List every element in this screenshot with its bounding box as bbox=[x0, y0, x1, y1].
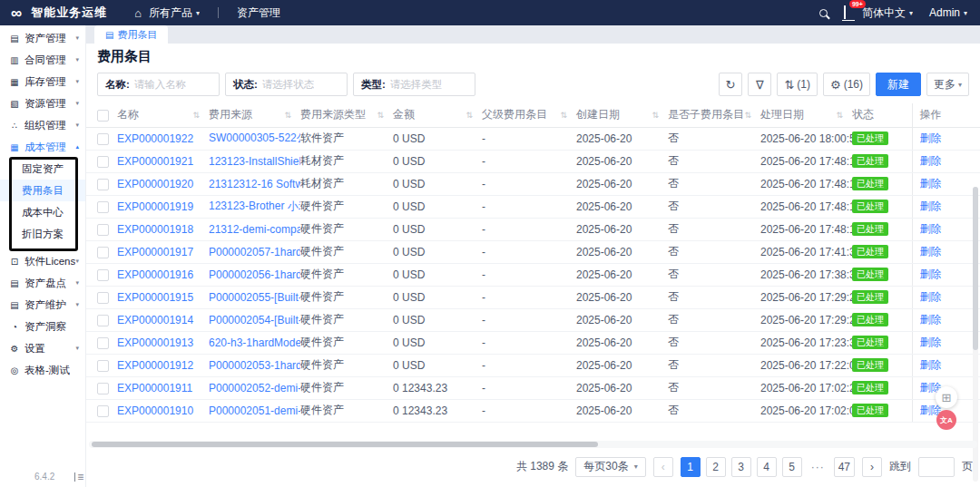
expense-name-link[interactable]: EXP000001921 bbox=[117, 155, 193, 168]
expense-name-link[interactable]: EXP000001919 bbox=[117, 200, 193, 213]
more-button[interactable]: 更多 ▾ bbox=[926, 73, 969, 96]
page-number-button[interactable]: 3 bbox=[731, 457, 751, 477]
sidebar-item[interactable]: ∴ 组织管理 ▾ bbox=[0, 114, 85, 136]
page-number-button[interactable]: 1 bbox=[681, 457, 701, 477]
app-logo-title[interactable]: 智能业务运维 bbox=[31, 5, 107, 21]
page-number-button[interactable]: 47 bbox=[834, 457, 855, 477]
column-sort-icon[interactable]: ⇅ bbox=[560, 111, 567, 120]
sidebar-item[interactable]: 成本中心 bbox=[0, 201, 85, 223]
sidebar-item[interactable]: ▤ 资产管理 ▾ bbox=[0, 27, 85, 49]
sidebar-item[interactable]: ◔ 资产洞察 bbox=[0, 316, 85, 337]
expense-source-link[interactable]: P000002055-[Built-in... bbox=[209, 291, 300, 304]
column-header[interactable]: 父级费用条目 ⇅ bbox=[482, 103, 576, 127]
expense-name-link[interactable]: EXP000001914 bbox=[117, 314, 193, 326]
column-sort-icon[interactable]: ⇅ bbox=[836, 111, 843, 120]
expense-source-link[interactable]: P000002051-demi-c... bbox=[209, 404, 300, 417]
floating-translate-button[interactable]: 文A bbox=[936, 410, 956, 430]
tab-expense-items[interactable]: ▤ 费用条目 bbox=[94, 25, 168, 44]
expense-source-link[interactable]: P000002054-[Built-in... bbox=[209, 314, 300, 326]
delete-link[interactable]: 删除 bbox=[920, 200, 942, 212]
expense-source-link[interactable]: 123123-InstallShield ... bbox=[209, 155, 300, 168]
expense-source-link[interactable]: P000002057-1hardM... bbox=[209, 246, 300, 258]
expense-source-link[interactable]: P000002052-demi-c... bbox=[209, 382, 300, 394]
create-button[interactable]: 新建 bbox=[876, 73, 921, 96]
expense-name-link[interactable]: EXP000001911 bbox=[117, 382, 192, 394]
next-page-button[interactable]: › bbox=[862, 457, 882, 477]
select-all-checkbox[interactable] bbox=[97, 110, 109, 122]
delete-link[interactable]: 删除 bbox=[920, 313, 942, 326]
delete-link[interactable]: 删除 bbox=[920, 177, 942, 190]
sidebar-item[interactable]: ▤ 资产维护 ▾ bbox=[0, 294, 85, 316]
column-header[interactable]: 金额 ⇅ bbox=[393, 103, 482, 127]
sidebar-item[interactable]: ▧ 资源管理 ▾ bbox=[0, 93, 85, 114]
row-checkbox[interactable] bbox=[97, 383, 109, 394]
row-checkbox[interactable] bbox=[97, 337, 109, 349]
expense-source-link[interactable]: 123123-Brother 小米... bbox=[209, 200, 300, 212]
prev-page-button[interactable]: ‹ bbox=[653, 457, 673, 477]
collapse-sidebar-icon[interactable]: ≡ bbox=[74, 472, 83, 482]
current-product[interactable]: 资产管理 bbox=[237, 5, 280, 21]
row-checkbox[interactable] bbox=[97, 179, 109, 190]
sidebar-item[interactable]: ◎ 表格-测试 bbox=[0, 359, 85, 381]
expense-name-link[interactable]: EXP000001912 bbox=[117, 359, 193, 372]
column-sort-icon[interactable]: ⇅ bbox=[377, 111, 384, 120]
row-checkbox[interactable] bbox=[97, 247, 109, 258]
column-settings-button[interactable]: ⚙ (16) bbox=[823, 73, 870, 96]
column-header[interactable]: 处理日期 ⇅ bbox=[760, 103, 852, 127]
sort-settings-button[interactable]: ⇅ (1) bbox=[777, 73, 818, 96]
sidebar-item[interactable]: ⊡ 软件License... ▾ bbox=[0, 250, 85, 272]
all-products-menu[interactable]: 所有产品 ▾ bbox=[149, 5, 200, 21]
row-checkbox[interactable] bbox=[97, 269, 109, 281]
search-icon[interactable] bbox=[819, 9, 828, 17]
delete-link[interactable]: 删除 bbox=[920, 245, 942, 258]
expense-name-link[interactable]: EXP000001915 bbox=[117, 291, 193, 304]
jump-page-input[interactable] bbox=[918, 457, 955, 477]
column-sort-icon[interactable]: ⇅ bbox=[192, 111, 200, 120]
column-sort-icon[interactable]: ⇅ bbox=[466, 111, 473, 120]
filter-input[interactable]: 状态: 请选择状态 bbox=[225, 73, 348, 96]
vertical-scrollbar[interactable] bbox=[973, 187, 978, 482]
row-checkbox[interactable] bbox=[97, 292, 109, 304]
expense-source-link[interactable]: P000002056-1hardM... bbox=[209, 268, 300, 281]
expense-name-link[interactable]: EXP000001917 bbox=[117, 246, 193, 258]
filter-button[interactable]: ∇ bbox=[748, 73, 771, 96]
row-checkbox[interactable] bbox=[97, 224, 109, 236]
user-menu[interactable]: Admin ▾ bbox=[929, 6, 967, 19]
column-header[interactable]: 名称 ⇅ bbox=[117, 103, 209, 127]
sidebar-item[interactable]: ▦ 库存管理 ▾ bbox=[0, 71, 85, 93]
home-icon[interactable]: ⌂ bbox=[134, 6, 142, 20]
expense-name-link[interactable]: EXP000001910 bbox=[117, 404, 193, 417]
row-checkbox[interactable] bbox=[97, 133, 109, 145]
filter-input[interactable]: 类型: 请选择类型 bbox=[353, 73, 475, 96]
column-sort-icon[interactable]: ⇅ bbox=[652, 111, 659, 120]
page-number-button[interactable]: ··· bbox=[808, 457, 828, 477]
column-sort-icon[interactable]: ⇅ bbox=[744, 111, 751, 120]
column-header[interactable]: 创建日期 ⇅ bbox=[576, 103, 668, 127]
expense-source-link[interactable]: 620-h3-1hardModel3... bbox=[209, 336, 300, 349]
column-header[interactable]: 操作 ⇅ bbox=[912, 103, 980, 127]
expense-name-link[interactable]: EXP000001922 bbox=[117, 132, 193, 145]
language-selector[interactable]: 简体中文 ▾ bbox=[862, 5, 913, 21]
floating-grid-button[interactable]: ⊞ bbox=[936, 386, 957, 408]
expense-source-link[interactable]: 21312312-16 Softwa... bbox=[209, 178, 300, 190]
page-number-button[interactable]: 5 bbox=[782, 457, 802, 477]
filter-input[interactable]: 名称: 请输入名称 bbox=[97, 73, 220, 96]
page-size-select[interactable]: 每页30条 ▾ bbox=[575, 457, 645, 477]
delete-link[interactable]: 删除 bbox=[920, 336, 942, 348]
sidebar-item[interactable]: 折旧方案 bbox=[0, 223, 85, 245]
row-checkbox[interactable] bbox=[97, 156, 109, 168]
column-header[interactable]: 状态 ⇅ bbox=[852, 103, 912, 127]
expense-source-link[interactable]: P000002053-1hardM... bbox=[209, 359, 300, 372]
row-checkbox[interactable] bbox=[97, 315, 109, 326]
sidebar-item[interactable]: 费用条目 bbox=[0, 180, 85, 201]
row-checkbox[interactable] bbox=[97, 405, 109, 417]
horizontal-scrollbar[interactable] bbox=[89, 441, 977, 448]
delete-link[interactable]: 删除 bbox=[920, 154, 942, 167]
refresh-button[interactable]: ↻ bbox=[719, 73, 743, 96]
sidebar-item[interactable]: ▥ 合同管理 ▾ bbox=[0, 49, 85, 71]
row-checkbox[interactable] bbox=[97, 360, 109, 372]
delete-link[interactable]: 删除 bbox=[920, 131, 942, 144]
expense-name-link[interactable]: EXP000001920 bbox=[117, 178, 193, 190]
expense-name-link[interactable]: EXP000001913 bbox=[117, 336, 193, 349]
expense-source-link[interactable]: 21312-demi-compani... bbox=[209, 223, 300, 236]
